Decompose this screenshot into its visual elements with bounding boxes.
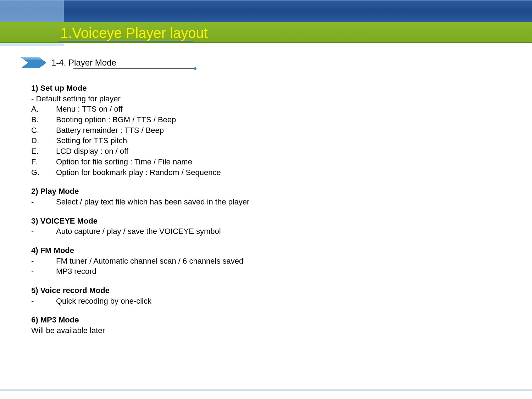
section-plain-line: - Default setting for player <box>31 94 532 104</box>
section-setup-mode: 1) Set up Mode - Default setting for pla… <box>31 83 532 178</box>
item-text: Option for file sorting : Time / File na… <box>56 157 192 167</box>
item-text: Auto capture / play / save the VOICEYE s… <box>56 226 221 237</box>
item-text: Quick recoding by one-click <box>56 296 151 307</box>
subtitle-text: 1-4. Player Mode <box>51 58 116 68</box>
section-title: 2) Play Mode <box>31 186 532 197</box>
list-item: A.Menu : TTS on / off <box>31 104 532 114</box>
item-label: B. <box>31 114 56 125</box>
list-item: -Auto capture / play / save the VOICEYE … <box>31 226 532 237</box>
item-text: Booting option : BGM / TTS / Beep <box>56 114 176 125</box>
top-blue-bar <box>0 0 532 22</box>
list-item: -Select / play text file which has been … <box>31 197 532 207</box>
item-text: FM tuner / Automatic channel scan / 6 ch… <box>56 256 243 266</box>
section-title: 4) FM Mode <box>31 245 532 256</box>
item-text: Select / play text file which has been s… <box>56 197 249 207</box>
list-item: G.Option for bookmark play : Random / Se… <box>31 167 532 178</box>
section-voice-record-mode: 5) Voice record Mode -Quick recoding by … <box>31 285 532 306</box>
item-label: - <box>31 226 56 237</box>
item-label: A. <box>31 104 56 114</box>
list-item: E.LCD display : on / off <box>31 146 532 157</box>
item-text: MP3 record <box>56 266 96 277</box>
item-text: LCD display : on / off <box>56 146 128 157</box>
section-voiceye-mode: 3) VOICEYE Mode -Auto capture / play / s… <box>31 216 532 237</box>
subtitle-row: 1-4. Player Mode <box>21 57 532 68</box>
item-label: - <box>31 296 56 307</box>
list-item: -MP3 record <box>31 266 532 277</box>
svg-marker-1 <box>21 57 42 60</box>
list-item: -FM tuner / Automatic channel scan / 6 c… <box>31 256 532 266</box>
list-item: D.Setting for TTS pitch <box>31 135 532 146</box>
subtitle-marker-icon <box>21 57 46 68</box>
section-title: 3) VOICEYE Mode <box>31 216 532 226</box>
item-text: Menu : TTS on / off <box>56 104 123 114</box>
section-title: 6) MP3 Mode <box>31 315 532 325</box>
list-item: C.Battery remainder : TTS / Beep <box>31 125 532 136</box>
subtitle-dot-icon <box>194 67 196 70</box>
section-title: 1) Set up Mode <box>31 83 532 94</box>
content-body: 1) Set up Mode - Default setting for pla… <box>31 83 532 336</box>
item-label: D. <box>31 135 56 146</box>
item-label: - <box>31 256 56 266</box>
list-item: B.Booting option : BGM / TTS / Beep <box>31 114 532 125</box>
item-label: C. <box>31 125 56 136</box>
item-label: F. <box>31 157 56 167</box>
slide-title: 1.Voiceye Player layout <box>0 22 532 44</box>
title-bar: 1.Voiceye Player layout <box>0 22 532 43</box>
section-fm-mode: 4) FM Mode -FM tuner / Automatic channel… <box>31 245 532 277</box>
section-mp3-mode: 6) MP3 Mode Will be available later <box>31 315 532 336</box>
list-item: F.Option for file sorting : Time / File … <box>31 157 532 167</box>
section-trailing-text: Will be available later <box>31 325 532 336</box>
bottom-bar <box>0 390 532 399</box>
item-text: Battery remainder : TTS / Beep <box>56 125 164 136</box>
item-label: - <box>31 266 56 277</box>
list-item: -Quick recoding by one-click <box>31 296 532 307</box>
item-label: E. <box>31 146 56 157</box>
item-text: Option for bookmark play : Random / Sequ… <box>56 167 221 178</box>
item-text: Setting for TTS pitch <box>56 135 127 146</box>
subtitle-underline <box>73 68 196 69</box>
section-title: 5) Voice record Mode <box>31 285 532 296</box>
section-play-mode: 2) Play Mode -Select / play text file wh… <box>31 186 532 207</box>
item-label: - <box>31 197 56 207</box>
item-label: G. <box>31 167 56 178</box>
